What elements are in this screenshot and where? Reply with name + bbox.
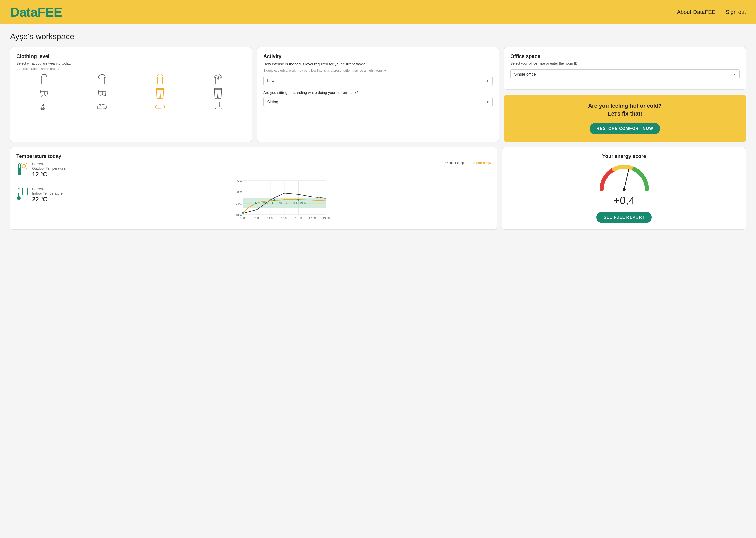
svg-line-9 (26, 163, 27, 164)
svg-line-49 (624, 170, 629, 189)
svg-point-12 (22, 164, 26, 168)
activity-title: Activity (263, 53, 493, 59)
activity-hint1: Example: clerical work may be a low inte… (263, 69, 493, 73)
svg-text:24°C: 24°C (236, 202, 242, 205)
svg-rect-4 (157, 88, 164, 89)
svg-text:19:00: 19:00 (323, 217, 330, 220)
office-title: Office space (510, 53, 740, 59)
office-card: Office space Select your office type or … (504, 47, 746, 89)
svg-line-10 (26, 168, 27, 170)
logo: DataFEE (10, 5, 62, 20)
svg-rect-16 (23, 188, 27, 195)
workspace-title: Ayşe's workspace (10, 32, 746, 41)
indoor-label: CurrentIndoor Temperature (32, 187, 63, 196)
indoor-temp-info: CurrentIndoor Temperature 22 °C (32, 187, 63, 203)
clothing-boots[interactable] (190, 101, 246, 111)
bottom-row: Temperature today (10, 147, 746, 230)
temperature-chart-svg: 18°C 24°C 30°C 36°C (71, 167, 491, 222)
indoor-value: 22 °C (32, 196, 63, 203)
svg-text:15:00: 15:00 (295, 217, 302, 220)
svg-text:17:00: 17:00 (309, 217, 316, 220)
outdoor-temp-stat: CurrentOutdoor Temperature 12 °C (16, 161, 66, 179)
top-row: Clothing level Select what you are weari… (10, 47, 746, 142)
svg-rect-19 (19, 193, 20, 198)
svg-point-47 (273, 199, 275, 201)
position-wrapper: Sitting Standing (263, 97, 493, 107)
svg-text:30°C: 30°C (236, 191, 242, 194)
gauge-container (599, 164, 649, 192)
indoor-temp-stat: CurrentIndoor Temperature 22 °C (16, 186, 66, 203)
indoor-temp-icon (16, 186, 29, 203)
clothing-grid (16, 74, 246, 111)
intensity-wrapper: Very Low Low Medium High Very High (263, 76, 493, 86)
clothing-shorts2[interactable] (74, 88, 130, 99)
clothing-shorts1[interactable] (16, 88, 72, 99)
svg-point-48 (297, 198, 299, 200)
office-select[interactable]: Single office Open office Meeting room O… (510, 69, 740, 79)
temp-card-inner: CurrentOutdoor Temperature 12 °C (16, 161, 491, 223)
main-content: Ayşe's workspace Clothing level Select w… (0, 24, 756, 237)
svg-rect-3 (98, 90, 106, 91)
nav: About DataFEE Sign out (677, 9, 746, 15)
position-select[interactable]: Sitting Standing (263, 97, 493, 107)
clothing-hint: (Approximations are in order) (16, 67, 246, 71)
svg-text:11:00: 11:00 (267, 217, 274, 220)
svg-text:09:00: 09:00 (253, 217, 260, 220)
clothing-tank[interactable] (16, 74, 72, 85)
office-wrapper: Single office Open office Meeting room O… (510, 69, 740, 79)
energy-score: +0,4 (508, 194, 740, 207)
chart-legend: Outdoor temp. Indoor temp. (71, 161, 491, 165)
header: DataFEE About DataFEE Sign out (0, 0, 756, 24)
about-link[interactable]: About DataFEE (677, 9, 715, 15)
activity-card: Activity How intense is the focus level … (257, 47, 499, 142)
svg-point-45 (242, 212, 244, 214)
legend-outdoor: Outdoor temp. (441, 161, 465, 165)
svg-point-50 (623, 188, 626, 191)
see-full-report-button[interactable]: SEE FULL REPORT (596, 212, 652, 223)
svg-rect-2 (40, 90, 48, 91)
clothing-title: Clothing level (16, 53, 246, 59)
outdoor-temp-info: CurrentOutdoor Temperature 12 °C (32, 162, 66, 178)
svg-rect-15 (19, 168, 20, 173)
activity-question2: Are you sitting or standing while doing … (263, 90, 493, 95)
clothing-flats[interactable] (132, 101, 188, 111)
restore-comfort-button[interactable]: RESTORE COMFORT NOW (590, 123, 660, 134)
clothing-suit[interactable] (190, 74, 246, 85)
svg-point-46 (255, 202, 257, 204)
clothing-card: Clothing level Select what you are weari… (10, 47, 252, 142)
temperature-title: Temperature today (16, 153, 491, 159)
svg-text:13:00: 13:00 (281, 217, 288, 220)
legend-indoor: Indoor temp. (469, 161, 491, 165)
outdoor-label: CurrentOutdoor Temperature (32, 162, 66, 171)
temperature-chart-area: Outdoor temp. Indoor temp. 18°C 24°C (71, 161, 491, 223)
svg-text:07:00: 07:00 (239, 217, 247, 220)
hotcold-card: Are you feeling hot or cold?Let's fix th… (504, 95, 746, 142)
svg-text:18°C: 18°C (236, 213, 242, 216)
energy-title: Your energy score (508, 153, 740, 159)
clothing-pants2[interactable] (190, 88, 246, 99)
svg-text:COMFORT ZONE FOR REFERENCE: COMFORT ZONE FOR REFERENCE (258, 202, 311, 204)
office-subtitle: Select your office type or enter the roo… (510, 61, 740, 65)
signout-link[interactable]: Sign out (726, 9, 746, 15)
temp-stats: CurrentOutdoor Temperature 12 °C (16, 161, 66, 203)
clothing-subtitle: Select what you are wearing today. (16, 61, 246, 65)
clothing-barefoot[interactable] (16, 101, 72, 111)
svg-text:36°C: 36°C (236, 179, 242, 182)
clothing-pants1[interactable] (132, 88, 188, 99)
clothing-sneakers[interactable] (74, 101, 130, 111)
temperature-card: Temperature today (10, 147, 497, 230)
svg-rect-0 (41, 76, 47, 84)
activity-question1: How intense is the focus level required … (263, 61, 493, 67)
clothing-tshirt[interactable] (74, 74, 130, 85)
energy-card: Your energy score +0,4 SEE FULL REPORT (502, 147, 746, 230)
outdoor-value: 12 °C (32, 171, 66, 178)
clothing-jacket[interactable] (132, 74, 188, 85)
right-col: Office space Select your office type or … (504, 47, 746, 142)
svg-line-11 (21, 163, 22, 164)
outdoor-temp-icon (16, 161, 29, 179)
hotcold-title: Are you feeling hot or cold?Let's fix th… (588, 102, 662, 118)
svg-rect-5 (214, 88, 221, 89)
gauge-svg (599, 164, 649, 192)
intensity-select[interactable]: Very Low Low Medium High Very High (263, 76, 493, 86)
